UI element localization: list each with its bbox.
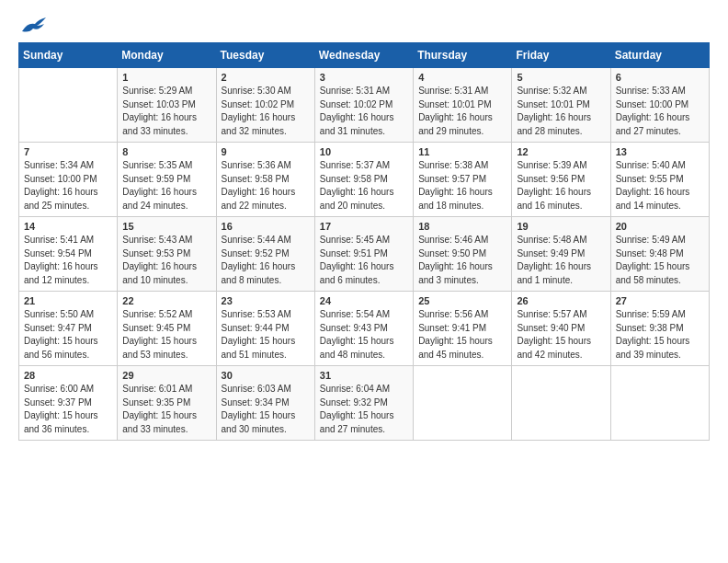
calendar-cell bbox=[19, 68, 118, 143]
day-info: Sunrise: 5:37 AMSunset: 9:58 PMDaylight:… bbox=[320, 159, 408, 213]
day-info: Sunrise: 5:36 AMSunset: 9:58 PMDaylight:… bbox=[222, 159, 310, 213]
calendar-cell: 7Sunrise: 5:34 AMSunset: 10:00 PMDayligh… bbox=[19, 143, 118, 217]
day-info: Sunrise: 5:49 AMSunset: 9:48 PMDaylight:… bbox=[616, 234, 704, 287]
calendar-cell: 2Sunrise: 5:30 AMSunset: 10:02 PMDayligh… bbox=[216, 68, 314, 143]
day-number: 8 bbox=[122, 146, 210, 157]
calendar-table: SundayMondayTuesdayWednesdayThursdayFrid… bbox=[18, 42, 710, 441]
calendar-cell: 11Sunrise: 5:38 AMSunset: 9:57 PMDayligh… bbox=[414, 143, 512, 217]
day-info: Sunrise: 5:46 AMSunset: 9:50 PMDaylight:… bbox=[418, 234, 506, 287]
day-number: 20 bbox=[616, 221, 704, 232]
calendar-cell: 22Sunrise: 5:52 AMSunset: 9:45 PMDayligh… bbox=[118, 292, 216, 366]
week-row-5: 28Sunrise: 6:00 AMSunset: 9:37 PMDayligh… bbox=[19, 366, 710, 441]
day-info: Sunrise: 5:48 AMSunset: 9:49 PMDaylight:… bbox=[517, 234, 605, 287]
day-number: 19 bbox=[517, 221, 605, 232]
week-row-3: 14Sunrise: 5:41 AMSunset: 9:54 PMDayligh… bbox=[19, 217, 710, 292]
calendar-cell: 8Sunrise: 5:35 AMSunset: 9:59 PMDaylight… bbox=[118, 143, 216, 217]
calendar-cell: 20Sunrise: 5:49 AMSunset: 9:48 PMDayligh… bbox=[610, 217, 709, 292]
calendar-cell: 12Sunrise: 5:39 AMSunset: 9:56 PMDayligh… bbox=[512, 143, 610, 217]
calendar-cell bbox=[610, 366, 709, 441]
day-info: Sunrise: 5:31 AMSunset: 10:02 PMDaylight… bbox=[320, 85, 408, 138]
calendar-cell: 3Sunrise: 5:31 AMSunset: 10:02 PMDayligh… bbox=[314, 68, 413, 143]
weekday-header-friday: Friday bbox=[512, 43, 610, 68]
day-info: Sunrise: 5:52 AMSunset: 9:45 PMDaylight:… bbox=[122, 308, 210, 362]
day-info: Sunrise: 5:38 AMSunset: 9:57 PMDaylight:… bbox=[418, 159, 506, 213]
weekday-header-monday: Monday bbox=[118, 43, 216, 68]
calendar-cell: 21Sunrise: 5:50 AMSunset: 9:47 PMDayligh… bbox=[19, 292, 118, 366]
day-number: 2 bbox=[222, 72, 310, 83]
calendar-cell: 13Sunrise: 5:40 AMSunset: 9:55 PMDayligh… bbox=[610, 143, 709, 217]
day-info: Sunrise: 5:50 AMSunset: 9:47 PMDaylight:… bbox=[24, 308, 112, 362]
calendar-cell: 30Sunrise: 6:03 AMSunset: 9:34 PMDayligh… bbox=[216, 366, 314, 441]
day-info: Sunrise: 5:56 AMSunset: 9:41 PMDaylight:… bbox=[418, 308, 506, 362]
day-number: 21 bbox=[24, 295, 112, 306]
calendar-cell: 29Sunrise: 6:01 AMSunset: 9:35 PMDayligh… bbox=[118, 366, 216, 441]
day-info: Sunrise: 5:32 AMSunset: 10:01 PMDaylight… bbox=[517, 85, 605, 138]
day-number: 15 bbox=[122, 221, 210, 232]
day-number: 12 bbox=[517, 146, 605, 157]
day-info: Sunrise: 5:40 AMSunset: 9:55 PMDaylight:… bbox=[616, 159, 704, 213]
day-info: Sunrise: 5:31 AMSunset: 10:01 PMDaylight… bbox=[418, 85, 506, 138]
day-number: 17 bbox=[320, 221, 408, 232]
calendar-cell: 17Sunrise: 5:45 AMSunset: 9:51 PMDayligh… bbox=[314, 217, 413, 292]
day-number: 11 bbox=[418, 146, 506, 157]
day-info: Sunrise: 5:30 AMSunset: 10:02 PMDaylight… bbox=[222, 85, 310, 138]
day-info: Sunrise: 5:35 AMSunset: 9:59 PMDaylight:… bbox=[122, 159, 210, 213]
day-info: Sunrise: 5:53 AMSunset: 9:44 PMDaylight:… bbox=[222, 308, 310, 362]
day-number: 3 bbox=[320, 72, 408, 83]
calendar-cell bbox=[512, 366, 610, 441]
day-info: Sunrise: 5:39 AMSunset: 9:56 PMDaylight:… bbox=[517, 159, 605, 213]
day-number: 16 bbox=[222, 221, 310, 232]
day-info: Sunrise: 5:43 AMSunset: 9:53 PMDaylight:… bbox=[122, 234, 210, 287]
day-number: 9 bbox=[222, 146, 310, 157]
week-row-1: 1Sunrise: 5:29 AMSunset: 10:03 PMDayligh… bbox=[19, 68, 710, 143]
day-number: 7 bbox=[24, 146, 112, 157]
weekday-header-saturday: Saturday bbox=[610, 43, 709, 68]
week-row-2: 7Sunrise: 5:34 AMSunset: 10:00 PMDayligh… bbox=[19, 143, 710, 217]
calendar-cell: 9Sunrise: 5:36 AMSunset: 9:58 PMDaylight… bbox=[216, 143, 314, 217]
calendar-cell: 31Sunrise: 6:04 AMSunset: 9:32 PMDayligh… bbox=[314, 366, 413, 441]
calendar-cell: 19Sunrise: 5:48 AMSunset: 9:49 PMDayligh… bbox=[512, 217, 610, 292]
day-number: 25 bbox=[418, 295, 506, 306]
logo bbox=[18, 15, 46, 35]
day-info: Sunrise: 5:41 AMSunset: 9:54 PMDaylight:… bbox=[24, 234, 112, 287]
calendar-cell: 18Sunrise: 5:46 AMSunset: 9:50 PMDayligh… bbox=[414, 217, 512, 292]
day-info: Sunrise: 6:03 AMSunset: 9:34 PMDaylight:… bbox=[222, 383, 310, 436]
day-number: 22 bbox=[122, 295, 210, 306]
day-info: Sunrise: 5:54 AMSunset: 9:43 PMDaylight:… bbox=[320, 308, 408, 362]
week-row-4: 21Sunrise: 5:50 AMSunset: 9:47 PMDayligh… bbox=[19, 292, 710, 366]
calendar-cell: 26Sunrise: 5:57 AMSunset: 9:40 PMDayligh… bbox=[512, 292, 610, 366]
day-info: Sunrise: 5:57 AMSunset: 9:40 PMDaylight:… bbox=[517, 308, 605, 362]
day-info: Sunrise: 6:00 AMSunset: 9:37 PMDaylight:… bbox=[24, 383, 112, 436]
day-number: 4 bbox=[418, 72, 506, 83]
calendar-cell: 24Sunrise: 5:54 AMSunset: 9:43 PMDayligh… bbox=[314, 292, 413, 366]
day-number: 13 bbox=[616, 146, 704, 157]
calendar-cell: 28Sunrise: 6:00 AMSunset: 9:37 PMDayligh… bbox=[19, 366, 118, 441]
weekday-header-wednesday: Wednesday bbox=[314, 43, 413, 68]
calendar-cell: 6Sunrise: 5:33 AMSunset: 10:00 PMDayligh… bbox=[610, 68, 709, 143]
day-number: 28 bbox=[24, 370, 112, 381]
day-info: Sunrise: 5:29 AMSunset: 10:03 PMDaylight… bbox=[122, 85, 210, 138]
day-number: 23 bbox=[222, 295, 310, 306]
page-header bbox=[18, 15, 710, 35]
day-number: 10 bbox=[320, 146, 408, 157]
day-number: 27 bbox=[616, 295, 704, 306]
day-number: 26 bbox=[517, 295, 605, 306]
weekday-header-sunday: Sunday bbox=[19, 43, 118, 68]
calendar-cell: 4Sunrise: 5:31 AMSunset: 10:01 PMDayligh… bbox=[414, 68, 512, 143]
calendar-cell: 16Sunrise: 5:44 AMSunset: 9:52 PMDayligh… bbox=[216, 217, 314, 292]
calendar-cell: 15Sunrise: 5:43 AMSunset: 9:53 PMDayligh… bbox=[118, 217, 216, 292]
calendar-cell: 23Sunrise: 5:53 AMSunset: 9:44 PMDayligh… bbox=[216, 292, 314, 366]
calendar-cell: 1Sunrise: 5:29 AMSunset: 10:03 PMDayligh… bbox=[118, 68, 216, 143]
calendar-cell: 5Sunrise: 5:32 AMSunset: 10:01 PMDayligh… bbox=[512, 68, 610, 143]
day-number: 5 bbox=[517, 72, 605, 83]
weekday-header-tuesday: Tuesday bbox=[216, 43, 314, 68]
day-number: 31 bbox=[320, 370, 408, 381]
day-number: 24 bbox=[320, 295, 408, 306]
day-info: Sunrise: 5:33 AMSunset: 10:00 PMDaylight… bbox=[616, 85, 704, 138]
day-info: Sunrise: 5:44 AMSunset: 9:52 PMDaylight:… bbox=[222, 234, 310, 287]
day-info: Sunrise: 6:01 AMSunset: 9:35 PMDaylight:… bbox=[122, 383, 210, 436]
calendar-cell: 14Sunrise: 5:41 AMSunset: 9:54 PMDayligh… bbox=[19, 217, 118, 292]
weekday-header-row: SundayMondayTuesdayWednesdayThursdayFrid… bbox=[19, 43, 710, 68]
day-number: 14 bbox=[24, 221, 112, 232]
day-info: Sunrise: 5:59 AMSunset: 9:38 PMDaylight:… bbox=[616, 308, 704, 362]
